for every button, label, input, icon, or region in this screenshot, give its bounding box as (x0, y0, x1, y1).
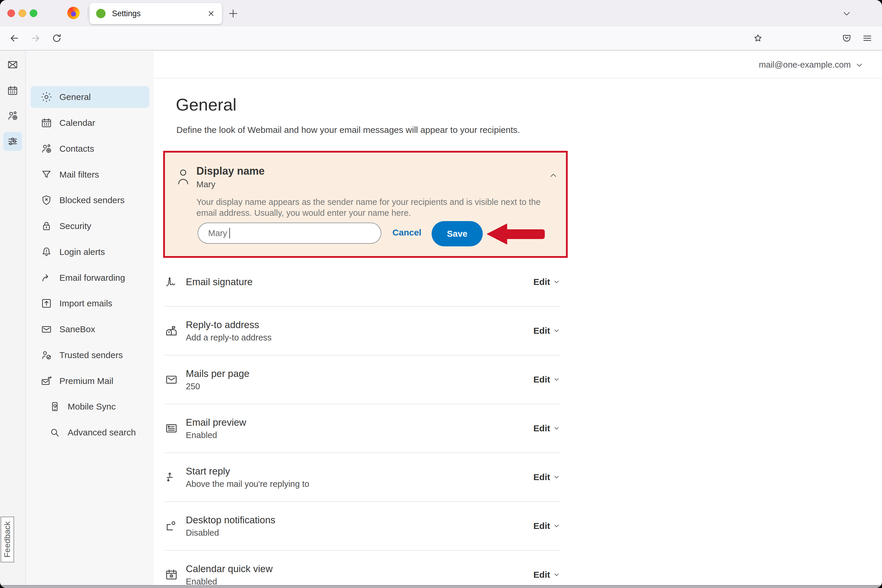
feedback-tab[interactable]: Feedback (1, 516, 14, 562)
funnel-icon (40, 169, 52, 180)
row-email-signature: Email signature Edit (165, 258, 560, 307)
row-value: Add a reply-to address (186, 333, 533, 342)
rail-settings-icon[interactable] (7, 135, 18, 147)
page-subtitle: Define the look of Webmail and how your … (176, 125, 520, 135)
row-value: Disabled (186, 528, 533, 538)
display-name-input-value: Mary (208, 228, 227, 238)
edit-mails-per-page-button[interactable]: Edit (533, 375, 560, 384)
annotation-arrow (487, 224, 546, 245)
display-name-current-value: Mary (196, 180, 215, 189)
window-zoom-button[interactable] (30, 9, 38, 17)
forward-arrow-icon (40, 272, 52, 284)
display-name-input[interactable]: Mary (198, 222, 381, 244)
window-minimize-button[interactable] (18, 9, 26, 17)
sidebar-item-blocked-senders[interactable]: Blocked senders (31, 189, 149, 211)
calendar-icon (40, 117, 52, 129)
padlock-icon (40, 220, 52, 232)
account-menu[interactable]: mail@one-example.com (759, 60, 864, 70)
signature-icon (165, 275, 178, 289)
contacts-icon (40, 143, 52, 154)
row-title: Reply-to address (186, 319, 533, 330)
bookmark-star-icon[interactable] (753, 33, 763, 44)
page-title: General (176, 94, 236, 114)
chevron-down-icon (553, 571, 560, 578)
shield-x-icon (40, 194, 52, 206)
forward-icon[interactable] (30, 33, 41, 44)
save-button[interactable]: Save (432, 221, 483, 246)
sidebar-item-general[interactable]: General (31, 86, 149, 108)
window-close-button[interactable] (8, 9, 15, 17)
edit-calendar-quick-view-button[interactable]: Edit (533, 570, 560, 580)
rail-mail-icon[interactable] (7, 59, 18, 70)
chevron-down-icon (553, 278, 560, 285)
row-value: 250 (186, 382, 533, 392)
browser-tab-settings[interactable]: Settings (90, 3, 222, 24)
sidebar-item-security[interactable]: Security (31, 215, 149, 237)
menu-hamburger-icon[interactable] (862, 33, 873, 44)
sidebar-item-trusted-senders[interactable]: Trusted senders (31, 344, 149, 366)
rail-calendar-icon[interactable] (7, 85, 18, 96)
screen: Settings (0, 0, 882, 588)
feedback-label: Feedback (3, 522, 12, 558)
row-mails-per-page: Mails per page 250 Edit (165, 356, 560, 404)
chevron-down-icon (553, 474, 560, 481)
back-icon[interactable] (9, 33, 20, 44)
sidebar-item-sanebox[interactable]: SaneBox (31, 318, 149, 340)
row-title: Desktop notifications (186, 514, 533, 526)
envelope-plus-icon (40, 375, 52, 387)
tab-bar: Settings (0, 0, 882, 27)
chevron-down-icon (855, 61, 864, 69)
sidebar-item-import-emails[interactable]: Import emails (31, 292, 149, 314)
person-check-icon (40, 349, 52, 361)
row-value: Above the mail you're replying to (186, 479, 533, 489)
sidebar-item-contacts[interactable]: Contacts (31, 138, 149, 160)
display-name-title: Display name (196, 165, 265, 177)
row-email-preview: Email preview Enabled Edit (165, 404, 560, 453)
bell-icon (40, 246, 52, 258)
reply-position-icon (165, 470, 178, 484)
edit-email-preview-button[interactable]: Edit (533, 423, 560, 434)
tab-favicon-icon (96, 9, 105, 18)
sidebar-item-mobile-sync[interactable]: Mobile Sync (31, 396, 149, 417)
reload-icon[interactable] (51, 33, 62, 44)
import-box-icon (40, 297, 52, 309)
row-title: Calendar quick view (186, 563, 533, 574)
phone-sync-icon (49, 401, 61, 412)
row-desktop-notifications: Desktop notifications Disabled Edit (165, 502, 560, 550)
app-rail (0, 51, 26, 588)
rail-contacts-icon[interactable] (7, 110, 18, 122)
row-title: Mails per page (186, 368, 533, 379)
edit-desktop-notifications-button[interactable]: Edit (533, 521, 560, 531)
sidebar-item-advanced-search[interactable]: Advanced search (31, 422, 149, 443)
sidebar-item-mail-filters[interactable]: Mail filters (31, 164, 149, 186)
edit-start-reply-button[interactable]: Edit (533, 472, 560, 482)
calendar-eye-icon (165, 568, 178, 582)
envelope-icon (40, 323, 52, 335)
preview-card-icon (165, 422, 178, 435)
tab-close-icon[interactable] (207, 9, 216, 18)
tab-list-chevron-icon[interactable] (842, 8, 852, 19)
mailbox-icon (165, 324, 178, 338)
browser-window: Settings (0, 0, 882, 588)
edit-reply-to-button[interactable]: Edit (533, 326, 560, 336)
sidebar-item-email-forwarding[interactable]: Email forwarding (31, 267, 149, 289)
sidebar-item-premium-mail[interactable]: Premium Mail (31, 370, 149, 392)
sidebar-item-calendar[interactable]: Calendar (31, 112, 149, 134)
settings-rows: Email signature Edit Reply-to address Ad… (165, 258, 560, 588)
collapse-chevron-up-icon[interactable] (549, 171, 558, 180)
envelope-icon (165, 373, 178, 386)
row-reply-to-address: Reply-to address Add a reply-to address … (165, 307, 560, 356)
pocket-icon[interactable] (842, 33, 852, 44)
chevron-down-icon (553, 425, 560, 432)
edit-email-signature-button[interactable]: Edit (533, 277, 560, 287)
tab-separator (88, 8, 88, 19)
new-tab-icon[interactable] (227, 8, 239, 20)
chevron-down-icon (553, 327, 560, 334)
window-bottom-edge (0, 585, 882, 588)
cancel-button[interactable]: Cancel (391, 228, 423, 237)
text-caret (230, 228, 230, 238)
magnifier-icon (49, 427, 61, 438)
sidebar-item-login-alerts[interactable]: Login alerts (31, 241, 149, 263)
row-title: Email signature (186, 276, 533, 288)
desktop-notification-icon (165, 519, 178, 533)
